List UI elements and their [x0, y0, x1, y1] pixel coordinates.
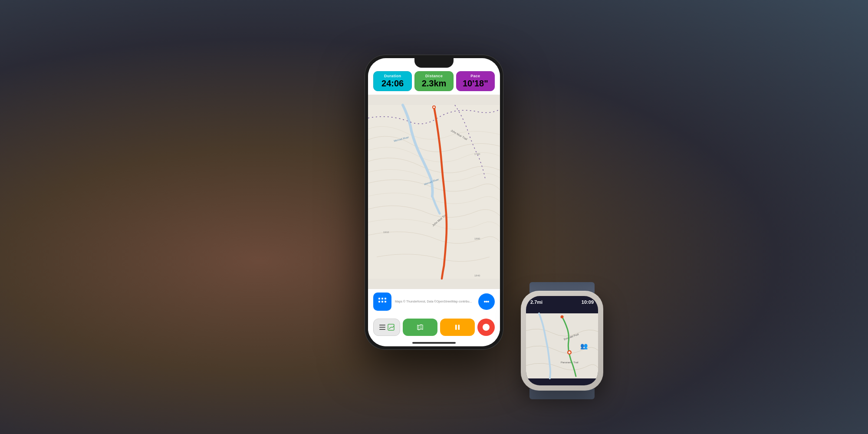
svg-rect-15 — [381, 301, 383, 302]
stop-button[interactable] — [477, 319, 495, 336]
distance-card: Distance 2.3km — [414, 71, 453, 91]
map-credit: Maps © Thunderforest, Data ©OpenStreetMa… — [395, 299, 475, 303]
svg-rect-21 — [379, 327, 385, 328]
svg-rect-26 — [455, 325, 457, 330]
pause-button[interactable] — [440, 319, 475, 336]
svg-text:1910: 1910 — [383, 231, 389, 233]
iphone-screen: Duration 24:06 Distance 2.3km Pace 10'18… — [368, 58, 500, 346]
distance-label: Distance — [418, 74, 449, 78]
dots-button[interactable] — [478, 293, 495, 310]
svg-rect-27 — [458, 325, 460, 330]
svg-text:1840: 1840 — [474, 274, 480, 277]
watch-map-svg: Panorama Trail Emerald Pool 👥 — [526, 306, 598, 385]
watch-case: 2.7mi 10:09 — [521, 291, 603, 391]
svg-rect-14 — [378, 301, 380, 302]
stop-circle-icon — [483, 324, 490, 331]
trails-icon — [377, 296, 388, 307]
controls-row — [368, 319, 500, 340]
svg-point-33 — [561, 316, 564, 319]
pace-value: 10'18" — [460, 79, 491, 88]
svg-text:Panorama Trail: Panorama Trail — [561, 361, 579, 364]
duration-label: Duration — [377, 74, 408, 78]
scene: Duration 24:06 Distance 2.3km Pace 10'18… — [282, 22, 586, 412]
pace-label: Pace — [460, 74, 491, 78]
watch-time: 10:09 — [582, 299, 594, 305]
svg-rect-11 — [378, 298, 380, 299]
mini-map-icon — [388, 324, 395, 331]
map-toggle-icon — [417, 324, 424, 331]
pace-card: Pace 10'18" — [456, 71, 495, 91]
dots-icon — [483, 298, 490, 306]
list-button[interactable] — [373, 319, 400, 336]
pause-icon — [454, 323, 461, 331]
app-icon — [373, 293, 391, 311]
distance-value: 2.3km — [418, 79, 449, 88]
apple-watch: 2.7mi 10:09 — [512, 282, 612, 399]
svg-text:1880: 1880 — [474, 237, 480, 240]
watch-distance: 2.7mi — [530, 299, 542, 305]
watch-stats-row: 2.7mi 10:09 — [526, 296, 598, 306]
svg-rect-12 — [381, 298, 383, 299]
svg-point-32 — [569, 352, 571, 354]
duration-card: Duration 24:06 — [373, 71, 412, 91]
map-button[interactable] — [403, 319, 437, 336]
svg-rect-0 — [368, 105, 500, 279]
svg-rect-20 — [379, 325, 385, 326]
bottom-bar: Maps © Thunderforest, Data ©OpenStreetMa… — [368, 289, 500, 319]
home-indicator — [368, 340, 500, 346]
watch-screen: 2.7mi 10:09 — [526, 296, 598, 385]
svg-point-18 — [486, 301, 487, 302]
svg-rect-13 — [385, 298, 386, 299]
map-area[interactable]: Merced River Merced River John Muir Trai… — [368, 95, 500, 289]
svg-text:1760: 1760 — [474, 153, 480, 155]
iphone-notch — [414, 58, 454, 68]
svg-rect-16 — [385, 301, 386, 302]
svg-point-10 — [433, 106, 435, 108]
svg-text:👥: 👥 — [580, 342, 588, 350]
watch-map-area: Panorama Trail Emerald Pool 👥 — [526, 306, 598, 385]
iphone-device: Duration 24:06 Distance 2.3km Pace 10'18… — [365, 55, 503, 350]
map-svg: Merced River Merced River John Muir Trai… — [368, 95, 500, 289]
svg-point-19 — [487, 301, 489, 302]
watch-screen-inner: 2.7mi 10:09 — [526, 296, 598, 385]
svg-rect-22 — [379, 329, 385, 330]
list-icon — [379, 324, 386, 331]
svg-point-17 — [484, 301, 486, 302]
home-bar — [412, 342, 456, 344]
duration-value: 24:06 — [377, 79, 408, 88]
